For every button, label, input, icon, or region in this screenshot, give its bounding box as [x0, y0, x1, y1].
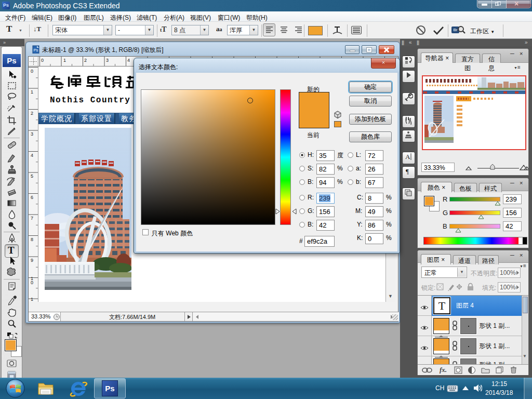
svg-text:A: A: [405, 153, 410, 161]
svg-text:Ps: Ps: [33, 48, 38, 52]
svg-text:¶: ¶: [406, 167, 409, 175]
